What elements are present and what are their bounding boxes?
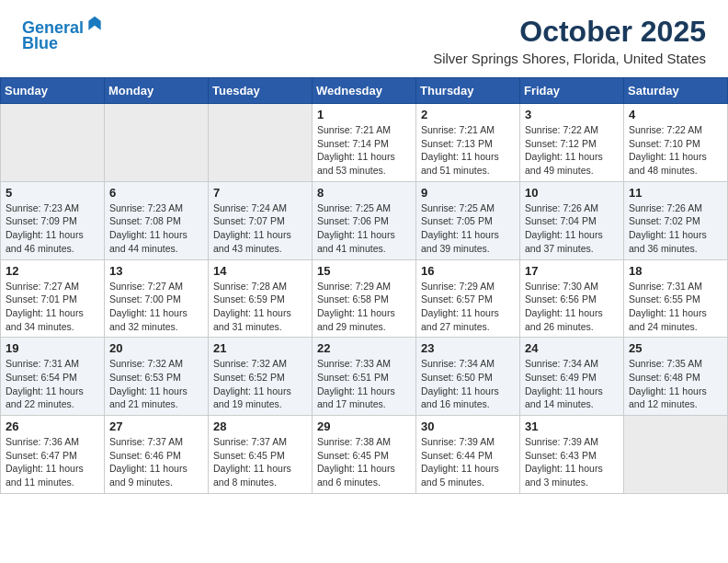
calendar-cell: 14Sunrise: 7:28 AMSunset: 6:59 PMDayligh… xyxy=(209,259,313,338)
day-info: Sunrise: 7:25 AMSunset: 7:06 PMDaylight:… xyxy=(317,201,411,256)
day-number: 31 xyxy=(525,419,619,433)
day-info: Sunrise: 7:26 AMSunset: 7:02 PMDaylight:… xyxy=(629,201,722,256)
day-info: Sunrise: 7:38 AMSunset: 6:45 PMDaylight:… xyxy=(317,435,411,489)
header-monday: Monday xyxy=(105,78,209,104)
calendar-table: SundayMondayTuesdayWednesdayThursdayFrid… xyxy=(0,77,728,494)
calendar-cell: 26Sunrise: 7:36 AMSunset: 6:47 PMDayligh… xyxy=(1,416,105,494)
day-info: Sunrise: 7:21 AMSunset: 7:13 PMDaylight:… xyxy=(421,123,515,178)
day-info: Sunrise: 7:23 AMSunset: 7:09 PMDaylight:… xyxy=(6,201,99,256)
day-info: Sunrise: 7:30 AMSunset: 6:56 PMDaylight:… xyxy=(525,280,619,334)
calendar-cell: 12Sunrise: 7:27 AMSunset: 7:01 PMDayligh… xyxy=(1,259,105,338)
calendar-cell xyxy=(1,104,105,182)
calendar-cell: 24Sunrise: 7:34 AMSunset: 6:49 PMDayligh… xyxy=(520,338,624,416)
day-info: Sunrise: 7:36 AMSunset: 6:47 PMDaylight:… xyxy=(6,435,99,489)
day-number: 10 xyxy=(525,186,619,200)
day-number: 28 xyxy=(213,419,307,433)
day-info: Sunrise: 7:28 AMSunset: 6:59 PMDaylight:… xyxy=(213,280,307,334)
day-info: Sunrise: 7:32 AMSunset: 6:53 PMDaylight:… xyxy=(109,357,203,411)
calendar-cell: 31Sunrise: 7:39 AMSunset: 6:43 PMDayligh… xyxy=(520,416,624,494)
day-info: Sunrise: 7:24 AMSunset: 7:07 PMDaylight:… xyxy=(213,201,307,256)
calendar-cell: 5Sunrise: 7:23 AMSunset: 7:09 PMDaylight… xyxy=(1,181,105,259)
calendar-week-3: 12Sunrise: 7:27 AMSunset: 7:01 PMDayligh… xyxy=(1,259,728,338)
day-number: 20 xyxy=(109,341,203,355)
day-number: 21 xyxy=(213,341,307,355)
day-info: Sunrise: 7:37 AMSunset: 6:45 PMDaylight:… xyxy=(213,435,307,489)
day-number: 3 xyxy=(525,108,619,121)
day-number: 5 xyxy=(6,186,99,200)
day-info: Sunrise: 7:29 AMSunset: 6:58 PMDaylight:… xyxy=(317,280,411,334)
calendar-week-4: 19Sunrise: 7:31 AMSunset: 6:54 PMDayligh… xyxy=(1,338,728,416)
title-section: October 2025 Silver Springs Shores, Flor… xyxy=(433,15,706,66)
day-number: 19 xyxy=(6,341,99,355)
day-info: Sunrise: 7:34 AMSunset: 6:50 PMDaylight:… xyxy=(421,357,515,411)
calendar-cell: 15Sunrise: 7:29 AMSunset: 6:58 PMDayligh… xyxy=(313,259,416,338)
day-number: 30 xyxy=(421,419,515,433)
calendar-cell: 7Sunrise: 7:24 AMSunset: 7:07 PMDaylight… xyxy=(209,181,313,259)
day-info: Sunrise: 7:39 AMSunset: 6:43 PMDaylight:… xyxy=(525,435,619,489)
calendar-cell: 8Sunrise: 7:25 AMSunset: 7:06 PMDaylight… xyxy=(313,181,416,259)
day-number: 6 xyxy=(109,186,203,200)
day-info: Sunrise: 7:31 AMSunset: 6:54 PMDaylight:… xyxy=(6,357,99,411)
day-number: 22 xyxy=(317,341,411,355)
calendar-cell: 30Sunrise: 7:39 AMSunset: 6:44 PMDayligh… xyxy=(416,416,520,494)
calendar-week-5: 26Sunrise: 7:36 AMSunset: 6:47 PMDayligh… xyxy=(1,416,728,494)
day-number: 14 xyxy=(213,264,307,278)
day-number: 23 xyxy=(421,341,515,355)
calendar-cell: 3Sunrise: 7:22 AMSunset: 7:12 PMDaylight… xyxy=(520,104,624,182)
calendar-cell: 23Sunrise: 7:34 AMSunset: 6:50 PMDayligh… xyxy=(416,338,520,416)
day-number: 15 xyxy=(317,264,411,278)
day-info: Sunrise: 7:22 AMSunset: 7:12 PMDaylight:… xyxy=(525,123,619,178)
month-title: October 2025 xyxy=(433,15,706,49)
day-number: 8 xyxy=(317,186,411,200)
day-info: Sunrise: 7:27 AMSunset: 7:01 PMDaylight:… xyxy=(6,280,99,334)
calendar-cell: 10Sunrise: 7:26 AMSunset: 7:04 PMDayligh… xyxy=(520,181,624,259)
day-info: Sunrise: 7:22 AMSunset: 7:10 PMDaylight:… xyxy=(629,123,722,178)
header-thursday: Thursday xyxy=(416,78,520,104)
calendar-header-row: SundayMondayTuesdayWednesdayThursdayFrid… xyxy=(1,78,728,104)
header-friday: Friday xyxy=(520,78,624,104)
day-number: 1 xyxy=(317,108,411,121)
location-title: Silver Springs Shores, Florida, United S… xyxy=(433,51,706,66)
day-number: 4 xyxy=(629,108,722,121)
day-number: 17 xyxy=(525,264,619,278)
day-info: Sunrise: 7:27 AMSunset: 7:00 PMDaylight:… xyxy=(109,280,203,334)
calendar-cell: 19Sunrise: 7:31 AMSunset: 6:54 PMDayligh… xyxy=(1,338,105,416)
calendar-week-2: 5Sunrise: 7:23 AMSunset: 7:09 PMDaylight… xyxy=(1,181,728,259)
calendar-cell: 16Sunrise: 7:29 AMSunset: 6:57 PMDayligh… xyxy=(416,259,520,338)
calendar-cell: 17Sunrise: 7:30 AMSunset: 6:56 PMDayligh… xyxy=(520,259,624,338)
day-number: 2 xyxy=(421,108,515,121)
day-info: Sunrise: 7:21 AMSunset: 7:14 PMDaylight:… xyxy=(317,123,411,178)
calendar-week-1: 1Sunrise: 7:21 AMSunset: 7:14 PMDaylight… xyxy=(1,104,728,182)
calendar-cell: 6Sunrise: 7:23 AMSunset: 7:08 PMDaylight… xyxy=(105,181,209,259)
day-info: Sunrise: 7:35 AMSunset: 6:48 PMDaylight:… xyxy=(629,357,722,411)
day-info: Sunrise: 7:32 AMSunset: 6:52 PMDaylight:… xyxy=(213,357,307,411)
day-info: Sunrise: 7:29 AMSunset: 6:57 PMDaylight:… xyxy=(421,280,515,334)
day-number: 27 xyxy=(109,419,203,433)
header-sunday: Sunday xyxy=(1,78,105,104)
day-info: Sunrise: 7:39 AMSunset: 6:44 PMDaylight:… xyxy=(421,435,515,489)
day-info: Sunrise: 7:34 AMSunset: 6:49 PMDaylight:… xyxy=(525,357,619,411)
day-number: 9 xyxy=(421,186,515,200)
header-tuesday: Tuesday xyxy=(209,78,313,104)
calendar-cell xyxy=(105,104,209,182)
calendar-cell: 27Sunrise: 7:37 AMSunset: 6:46 PMDayligh… xyxy=(105,416,209,494)
day-number: 13 xyxy=(109,264,203,278)
day-info: Sunrise: 7:26 AMSunset: 7:04 PMDaylight:… xyxy=(525,201,619,256)
day-info: Sunrise: 7:23 AMSunset: 7:08 PMDaylight:… xyxy=(109,201,203,256)
calendar-cell xyxy=(624,416,728,494)
calendar-cell: 13Sunrise: 7:27 AMSunset: 7:00 PMDayligh… xyxy=(105,259,209,338)
day-info: Sunrise: 7:33 AMSunset: 6:51 PMDaylight:… xyxy=(317,357,411,411)
day-info: Sunrise: 7:37 AMSunset: 6:46 PMDaylight:… xyxy=(109,435,203,489)
page-header: General Blue October 2025 Silver Springs… xyxy=(0,0,728,70)
day-number: 25 xyxy=(629,341,722,355)
calendar-cell: 1Sunrise: 7:21 AMSunset: 7:14 PMDaylight… xyxy=(313,104,416,182)
calendar-cell: 29Sunrise: 7:38 AMSunset: 6:45 PMDayligh… xyxy=(313,416,416,494)
calendar-cell: 28Sunrise: 7:37 AMSunset: 6:45 PMDayligh… xyxy=(209,416,313,494)
day-number: 26 xyxy=(6,419,99,433)
calendar-cell: 18Sunrise: 7:31 AMSunset: 6:55 PMDayligh… xyxy=(624,259,728,338)
day-number: 16 xyxy=(421,264,515,278)
day-number: 24 xyxy=(525,341,619,355)
calendar-cell: 4Sunrise: 7:22 AMSunset: 7:10 PMDaylight… xyxy=(624,104,728,182)
logo: General Blue xyxy=(22,15,104,53)
calendar-cell: 22Sunrise: 7:33 AMSunset: 6:51 PMDayligh… xyxy=(313,338,416,416)
